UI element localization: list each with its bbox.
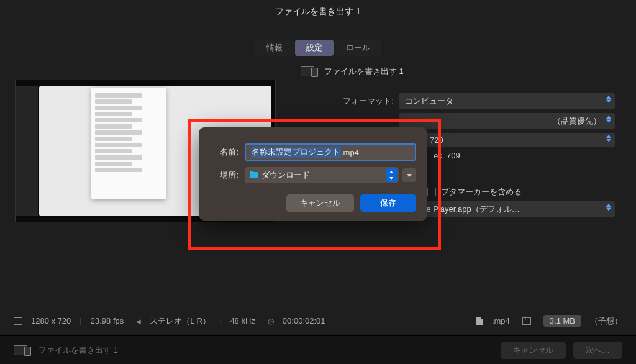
name-label: 名前:	[210, 147, 238, 158]
footer-title: ファイルを書き出す 1	[39, 345, 118, 356]
status-duration: 00:00:02:01	[283, 316, 325, 325]
modal-save-button[interactable]: 保存	[360, 194, 416, 212]
status-fps: 23.98 fps	[91, 316, 124, 325]
file-icon	[476, 317, 483, 325]
tab-roles[interactable]: ロール	[335, 40, 381, 56]
sound-icon	[136, 316, 141, 325]
format-label: フォーマット:	[301, 96, 394, 107]
status-size: 3.1 MB	[543, 315, 581, 327]
status-resolution: 1280 x 720	[31, 316, 71, 325]
tabs: 情報 設定 ロール	[0, 40, 636, 56]
devices-icon	[14, 345, 31, 355]
share-icon	[522, 317, 531, 325]
location-select[interactable]: ダウンロード	[245, 167, 399, 183]
devices-icon	[301, 66, 318, 76]
folder-icon	[250, 172, 258, 178]
tab-info[interactable]: 情報	[255, 40, 294, 56]
location-label: 場所:	[210, 170, 238, 181]
status-bar: 1280 x 720 | 23.98 fps ステレオ（L R） | 48 kH…	[0, 310, 636, 332]
cancel-button[interactable]: キャンセル	[501, 342, 566, 359]
chapters-checkbox[interactable]	[427, 188, 436, 196]
status-size-suffix: （予想）	[590, 316, 622, 327]
status-audio: ステレオ（L R）	[150, 316, 211, 327]
resolution-select[interactable]: 720	[399, 133, 615, 147]
next-button[interactable]: 次へ…	[573, 342, 622, 359]
save-dialog: 名前: 名称未設定プロジェクト.mp4 場所: ダウンロード キャンセル 保存	[199, 127, 427, 221]
tab-settings[interactable]: 設定	[295, 40, 334, 56]
export-title: ファイルを書き出す 1	[324, 66, 404, 77]
expand-button[interactable]	[402, 168, 416, 182]
bottom-bar: ファイルを書き出す 1 キャンセル 次へ…	[0, 335, 636, 364]
frame-icon	[14, 317, 22, 325]
format-select[interactable]: コンピュータ	[399, 93, 615, 109]
status-ext: .mp4	[492, 316, 510, 325]
updown-icon	[386, 168, 398, 182]
clock-icon	[268, 316, 274, 325]
chapters-label: プタマーカーを含める	[441, 186, 522, 198]
filename-input[interactable]: 名称未設定プロジェクト.mp4	[245, 143, 416, 161]
codec-select[interactable]: （品質優先）	[399, 113, 615, 129]
status-samplerate: 48 kHz	[230, 316, 255, 325]
window-title: ファイルを書き出す 1	[0, 0, 636, 21]
modal-cancel-button[interactable]: キャンセル	[286, 194, 354, 212]
